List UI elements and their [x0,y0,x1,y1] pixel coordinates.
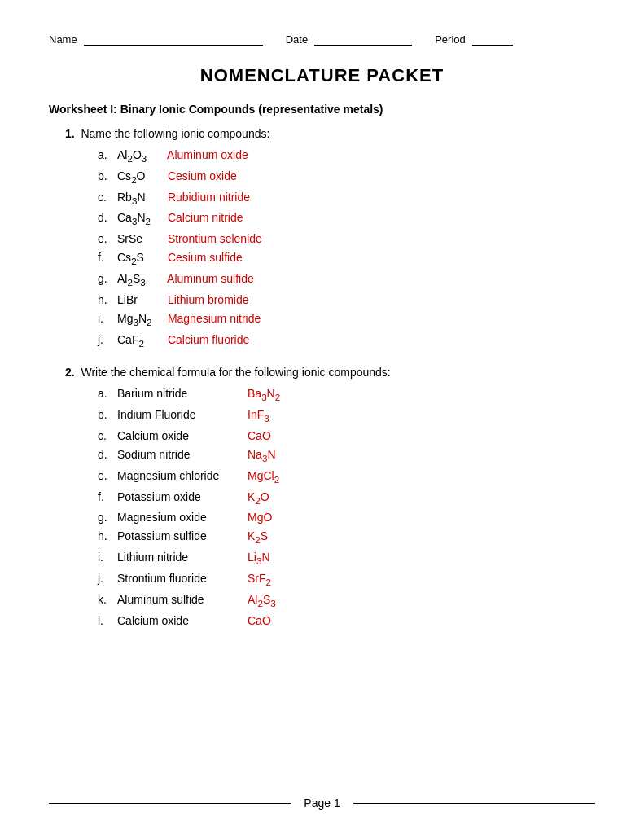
footer-right-line [353,803,595,804]
compound-name: Aluminum sulfide [117,593,248,606]
q2-item-i: i.Lithium nitrideLi3N [98,551,595,566]
q2-list: a.Barium nitrideBa3N2b.Indium FluorideIn… [98,387,595,626]
item-label: f. [98,490,117,503]
item-label: d. [98,211,117,224]
item-label: h. [98,293,117,306]
answer: Magnesium nitride [164,312,261,325]
formula: CaF2 [117,333,164,349]
footer-left-line [49,803,291,804]
formula: SrSe [117,232,164,245]
q2-item-j: j.Strontium fluorideSrF2 [98,572,595,587]
header: Name Date Period [49,33,595,46]
item-label: d. [98,448,117,461]
formula-answer: InF3 [248,408,269,424]
item-label: c. [98,191,117,204]
answer: Aluminum sulfide [164,272,254,285]
item-label: b. [98,169,117,182]
q2-item-a: a.Barium nitrideBa3N2 [98,387,595,402]
question-2-block: 2. Write the chemical formula for the fo… [49,366,595,626]
formula: Al2O3 [117,148,164,164]
q1-item-g: g.Al2S3 Aluminum sulfide [98,272,595,288]
formula: Al2S3 [117,272,164,288]
q2-item-h: h.Potassium sulfideK2S [98,529,595,545]
q1-item-j: j.CaF2 Calcium fluoride [98,333,595,349]
q2-intro: 2. Write the chemical formula for the fo… [65,366,595,379]
q2-item-e: e.Magnesium chlorideMgCl2 [98,469,595,485]
item-label: l. [98,614,117,627]
q1-item-e: e.SrSe Strontium selenide [98,232,595,245]
item-label: a. [98,387,117,400]
formula-answer: Al2S3 [248,593,276,608]
item-label: h. [98,529,117,542]
q1-item-a: a.Al2O3 Aluminum oxide [98,148,595,164]
answer: Aluminum oxide [164,148,248,161]
answer: Cesium sulfide [164,251,243,264]
formula-answer: Ba3N2 [248,387,280,402]
answer: Calcium fluoride [164,333,249,346]
compound-name: Calcium oxide [117,614,248,627]
formula-answer: CaO [248,429,271,442]
compound-name: Calcium oxide [117,429,248,442]
q2-item-c: c.Calcium oxideCaO [98,429,595,442]
formula: Mg3N2 [117,312,164,327]
answer: Calcium nitride [164,211,243,224]
period-field [472,33,513,46]
formula-answer: MgCl2 [248,469,279,485]
formula: Ca3N2 [117,211,164,226]
formula-answer: Li3N [248,551,270,566]
compound-name: Strontium fluoride [117,572,248,585]
item-label: k. [98,593,117,606]
name-field [84,33,263,46]
item-label: e. [98,232,117,245]
q2-item-g: g.Magnesium oxideMgO [98,511,595,524]
compound-name: Magnesium oxide [117,511,248,524]
item-label: f. [98,251,117,264]
item-label: j. [98,572,117,585]
page-title: Nomenclature Packet [49,65,595,86]
formula: Cs2S [117,251,164,266]
formula-answer: MgO [248,511,272,524]
answer: Strontium selenide [164,232,262,245]
date-field [314,33,412,46]
formula: Rb3N [117,191,164,206]
q1-item-b: b.Cs2O Cesium oxide [98,169,595,185]
q1-intro: 1. Name the following ionic compounds: [65,127,595,140]
page-number: Page 1 [304,797,340,810]
formula-answer: Na3N [248,448,276,463]
item-label: i. [98,312,117,325]
item-label: g. [98,511,117,524]
name-label: Name [49,33,77,46]
q2-item-f: f.Potassium oxideK2O [98,490,595,506]
compound-name: Barium nitride [117,387,248,400]
item-label: e. [98,469,117,482]
item-label: b. [98,408,117,421]
item-label: a. [98,148,117,161]
compound-name: Potassium sulfide [117,529,248,542]
q1-item-d: d.Ca3N2 Calcium nitride [98,211,595,226]
item-label: j. [98,333,117,346]
q1-list: a.Al2O3 Aluminum oxideb.Cs2O Cesium oxid… [98,148,595,348]
q1-item-i: i.Mg3N2 Magnesium nitride [98,312,595,327]
period-label: Period [435,33,466,46]
question-1-block: 1. Name the following ionic compounds: a… [49,127,595,348]
formula: Cs2O [117,169,164,185]
q2-item-b: b.Indium FluorideInF3 [98,408,595,424]
worksheet-title: Worksheet I: Binary Ionic Compounds (rep… [49,103,595,116]
q2-item-l: l.Calcium oxideCaO [98,614,595,627]
q1-item-f: f.Cs2S Cesium sulfide [98,251,595,266]
q2-item-k: k.Aluminum sulfideAl2S3 [98,593,595,608]
page-footer: Page 1 [0,797,644,810]
answer: Rubidium nitride [164,191,250,204]
formula-answer: CaO [248,614,271,627]
item-label: g. [98,272,117,285]
compound-name: Sodium nitride [117,448,248,461]
q2-item-d: d.Sodium nitrideNa3N [98,448,595,463]
date-label: Date [286,33,308,46]
item-label: c. [98,429,117,442]
formula: LiBr [117,293,164,306]
formula-answer: SrF2 [248,572,271,587]
answer: Cesium oxide [164,169,237,182]
compound-name: Lithium nitride [117,551,248,564]
compound-name: Magnesium chloride [117,469,248,482]
answer: Lithium bromide [164,293,249,306]
